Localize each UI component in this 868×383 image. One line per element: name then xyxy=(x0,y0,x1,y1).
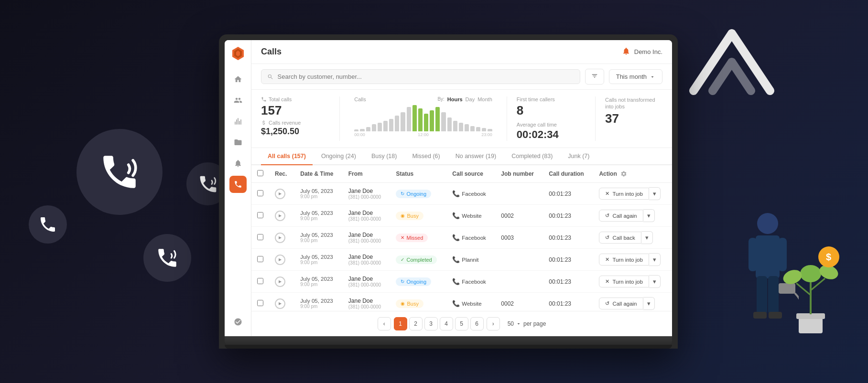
chart-label: Calls xyxy=(354,96,366,102)
calls-table: Rec. Date & Time From Status Call source… xyxy=(251,165,672,311)
action-chevron-4[interactable]: ▾ xyxy=(649,275,661,288)
tab-5[interactable]: Completed (83) xyxy=(505,148,559,165)
tab-4[interactable]: No answer (19) xyxy=(449,148,503,165)
chart-toggle: By: Hours Day Month xyxy=(437,96,492,102)
action-chevron-5[interactable]: ▾ xyxy=(643,297,655,310)
page-button-5[interactable]: 5 xyxy=(455,317,468,330)
action-button-1[interactable]: ↺ Call again xyxy=(599,210,643,222)
play-button-0[interactable]: ▶ xyxy=(275,189,285,199)
row-job-1: 0002 xyxy=(495,205,543,227)
col-job: Job number xyxy=(495,165,543,183)
avg-call-label: Average call time xyxy=(517,122,586,128)
page-button-2[interactable]: 2 xyxy=(409,317,423,330)
chart-toggle-month[interactable]: Month xyxy=(477,96,492,102)
chart-toggle-day[interactable]: Day xyxy=(466,96,475,102)
action-button-5[interactable]: ↺ Call again xyxy=(599,298,643,309)
row-status-1: ◉ Busy xyxy=(396,212,423,220)
laptop-screen: Calls Demo Inc. xyxy=(225,40,672,336)
chart-x-12: 12:00 xyxy=(418,132,429,137)
chart-bar-13 xyxy=(430,110,434,131)
row-duration-1: 00:01:23 xyxy=(543,205,593,227)
row-job-5: 0002 xyxy=(495,293,543,311)
laptop-foot xyxy=(225,345,672,349)
play-button-1[interactable]: ▶ xyxy=(275,211,285,221)
sidebar-item-chart[interactable] xyxy=(229,113,247,130)
row-checkbox-3[interactable] xyxy=(257,256,263,262)
row-checkbox-5[interactable] xyxy=(257,300,263,306)
page-button-4[interactable]: 4 xyxy=(440,317,453,330)
month-filter-button[interactable]: This month xyxy=(609,69,662,84)
play-button-4[interactable]: ▶ xyxy=(275,277,285,287)
next-page-button[interactable]: › xyxy=(487,317,500,330)
play-button-3[interactable]: ▶ xyxy=(275,255,285,265)
col-from: From xyxy=(343,165,391,183)
table-container[interactable]: Rec. Date & Time From Status Call source… xyxy=(251,165,672,311)
chart-toggle-hours[interactable]: Hours xyxy=(447,96,463,102)
tab-6[interactable]: Junk (7) xyxy=(561,148,596,165)
svg-point-15 xyxy=(782,267,804,287)
chart-bar-23 xyxy=(488,129,492,132)
chart-x-0: 00:00 xyxy=(354,132,365,137)
notification-icon[interactable] xyxy=(622,47,630,57)
row-source-1: 📞 Website xyxy=(452,212,489,219)
page-button-6[interactable]: 6 xyxy=(470,317,484,330)
tab-0[interactable]: All calls (157) xyxy=(261,148,313,165)
app-layout: Calls Demo Inc. xyxy=(225,40,672,336)
action-label-5: Call again xyxy=(612,301,637,307)
main-content: Calls Demo Inc. xyxy=(251,40,672,336)
action-icon-4: ✕ xyxy=(605,278,609,285)
play-button-2[interactable]: ▶ xyxy=(275,233,285,243)
tab-2[interactable]: Busy (18) xyxy=(365,148,404,165)
sidebar-item-folder[interactable] xyxy=(229,134,247,151)
action-chevron-3[interactable]: ▾ xyxy=(649,253,661,266)
action-button-0[interactable]: ✕ Turn into job xyxy=(599,188,649,200)
select-all-checkbox[interactable] xyxy=(257,170,263,176)
play-button-5[interactable]: ▶ xyxy=(275,298,285,309)
page-button-1[interactable]: 1 xyxy=(394,317,407,330)
sidebar-logo xyxy=(230,46,246,63)
sidebar-item-settings[interactable] xyxy=(229,313,247,330)
per-page-chevron[interactable] xyxy=(516,321,521,327)
row-time-2: 9:00 pm xyxy=(300,238,337,243)
sidebar-item-calls[interactable] xyxy=(229,176,247,193)
source-icon-2: 📞 xyxy=(452,234,460,241)
action-wrap-5: ↺ Call again ▾ xyxy=(599,297,666,310)
first-time-value: 8 xyxy=(517,103,586,118)
sidebar-item-home[interactable] xyxy=(229,71,247,88)
action-chevron-1[interactable]: ▾ xyxy=(643,209,655,222)
prev-page-button[interactable]: ‹ xyxy=(378,317,391,330)
tab-1[interactable]: Ongoing (24) xyxy=(315,148,363,165)
row-job-2: 0003 xyxy=(495,227,543,249)
table-body: ▶ July 05, 2023 9:00 pm Jane Doe (381) 0… xyxy=(251,183,672,311)
chart-bar-19 xyxy=(465,124,469,131)
source-name-0: Facebook xyxy=(462,191,486,197)
settings-col-icon[interactable] xyxy=(620,170,627,177)
source-icon-0: 📞 xyxy=(452,190,460,197)
row-status-4: ↻ Ongoing xyxy=(396,277,431,286)
action-button-3[interactable]: ✕ Turn into job xyxy=(599,254,649,266)
action-button-2[interactable]: ↺ Call back xyxy=(599,232,641,244)
action-wrap-0: ✕ Turn into job ▾ xyxy=(599,187,666,200)
sidebar-item-users[interactable] xyxy=(229,92,247,109)
tab-3[interactable]: Missed (6) xyxy=(405,148,446,165)
row-checkbox-2[interactable] xyxy=(257,234,263,240)
chart-x-23: 23:00 xyxy=(481,132,492,137)
first-time-label: First time callers xyxy=(517,96,586,102)
arrow-decoration xyxy=(684,24,780,102)
action-button-4[interactable]: ✕ Turn into job xyxy=(599,276,649,287)
row-time-0: 9:00 pm xyxy=(300,194,337,199)
row-checkbox-1[interactable] xyxy=(257,212,263,218)
row-duration-0: 00:01:23 xyxy=(543,183,593,205)
search-input[interactable] xyxy=(278,73,574,80)
action-chevron-2[interactable]: ▾ xyxy=(641,231,653,244)
row-checkbox-4[interactable] xyxy=(257,278,263,284)
svg-rect-4 xyxy=(757,276,767,314)
chart-bar-21 xyxy=(476,127,480,131)
action-chevron-0[interactable]: ▾ xyxy=(649,187,661,200)
filter-button[interactable] xyxy=(585,69,604,85)
sidebar-item-bell[interactable] xyxy=(229,155,247,172)
page-button-3[interactable]: 3 xyxy=(424,317,438,330)
phone-stat-icon xyxy=(261,96,267,102)
row-checkbox-0[interactable] xyxy=(257,190,263,196)
action-label-3: Turn into job xyxy=(612,257,643,263)
